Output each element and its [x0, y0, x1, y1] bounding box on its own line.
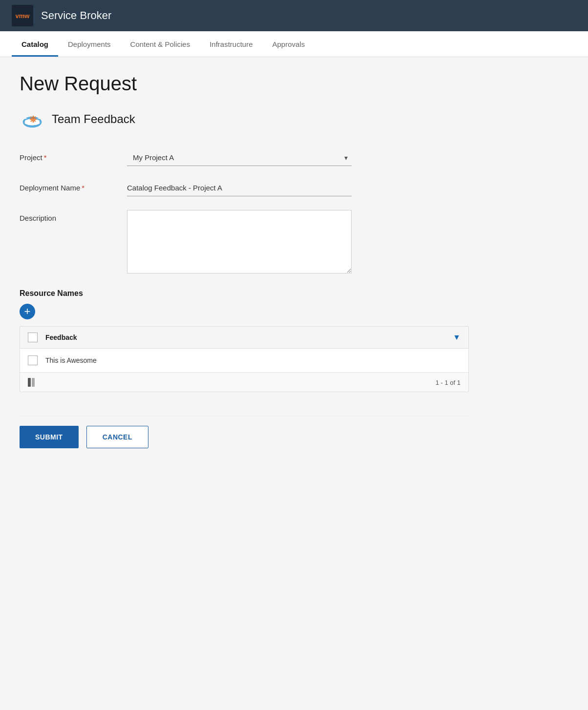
nav-content-policies[interactable]: Content & Policies	[121, 31, 200, 57]
row-checkbox[interactable]	[28, 355, 38, 365]
nav-catalog[interactable]: Catalog	[12, 31, 58, 57]
svg-rect-7	[33, 116, 34, 117]
project-select-container: My Project A	[127, 149, 352, 166]
svg-rect-10	[35, 119, 37, 120]
deployment-name-input-wrapper	[127, 180, 352, 196]
table-row: This is Awesome	[20, 349, 468, 373]
svg-point-6	[32, 118, 34, 120]
app-title: Service Broker	[41, 9, 111, 22]
submit-button[interactable]: SUBMIT	[20, 426, 79, 448]
add-resource-button[interactable]: +	[20, 304, 35, 319]
pagination-text: 1 - 1 of 1	[436, 379, 461, 386]
plus-icon: +	[24, 306, 31, 317]
description-textarea[interactable]	[127, 210, 352, 273]
deployment-name-label: Deployment Name*	[20, 180, 127, 192]
nav-infrastructure[interactable]: Infrastructure	[200, 31, 262, 57]
header-checkbox[interactable]	[28, 333, 38, 342]
description-field-row: Description	[20, 210, 469, 275]
filter-icon[interactable]: ▼	[453, 333, 461, 342]
main-nav: Catalog Deployments Content & Policies I…	[0, 31, 588, 57]
svg-rect-9	[30, 119, 31, 120]
resource-names-table: Feedback ▼ This is Awesome 1 - 1 of 1	[20, 326, 469, 392]
vmw-logo: vmw	[12, 5, 33, 26]
svg-rect-8	[33, 121, 34, 123]
app-header: vmw Service Broker	[0, 0, 588, 31]
button-row: SUBMIT CANCEL	[20, 416, 469, 448]
catalog-icon	[20, 106, 45, 132]
main-content: New Request	[0, 57, 488, 464]
page-title: New Request	[20, 73, 469, 95]
nav-deployments[interactable]: Deployments	[58, 31, 121, 57]
nav-approvals[interactable]: Approvals	[263, 31, 315, 57]
resource-names-label: Resource Names	[20, 289, 469, 298]
project-label: Project*	[20, 149, 127, 162]
project-select-wrapper: My Project A	[127, 149, 352, 166]
deployment-name-input[interactable]	[127, 180, 352, 196]
pagination-bar-2	[32, 378, 35, 387]
request-form: Project* My Project A Deployment Name* D…	[20, 149, 469, 448]
description-label: Description	[20, 210, 127, 222]
pagination-bar-1	[28, 378, 31, 387]
project-field-row: Project* My Project A	[20, 149, 469, 166]
table-footer: 1 - 1 of 1	[20, 373, 468, 392]
resource-names-section: Resource Names + Feedback ▼ This is Awes…	[20, 289, 469, 392]
description-textarea-wrapper	[127, 210, 352, 275]
project-select[interactable]: My Project A	[127, 149, 352, 166]
row-text: This is Awesome	[45, 356, 97, 364]
catalog-item-header: Team Feedback	[20, 106, 469, 132]
table-header: Feedback ▼	[20, 327, 468, 349]
catalog-item-title: Team Feedback	[52, 112, 135, 126]
cancel-button[interactable]: CANCEL	[86, 426, 148, 448]
pagination-icon	[28, 378, 35, 387]
deployment-name-field-row: Deployment Name*	[20, 180, 469, 196]
table-column-feedback: Feedback	[45, 334, 453, 341]
